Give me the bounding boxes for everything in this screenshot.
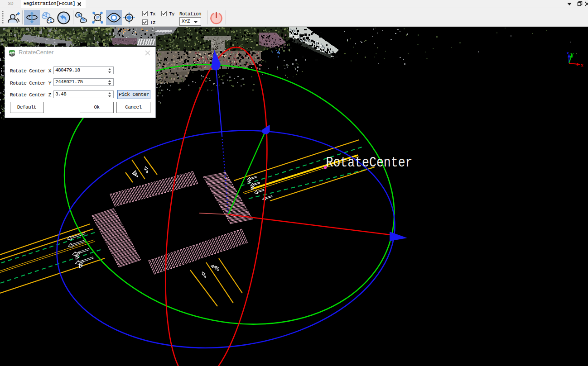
svg-text:P: P	[96, 15, 100, 20]
svg-text:x: x	[581, 62, 583, 67]
svg-text:RotateCenter: RotateCenter	[326, 155, 413, 171]
svg-text:Y: Y	[570, 52, 574, 57]
svg-text:z: z	[567, 50, 569, 55]
